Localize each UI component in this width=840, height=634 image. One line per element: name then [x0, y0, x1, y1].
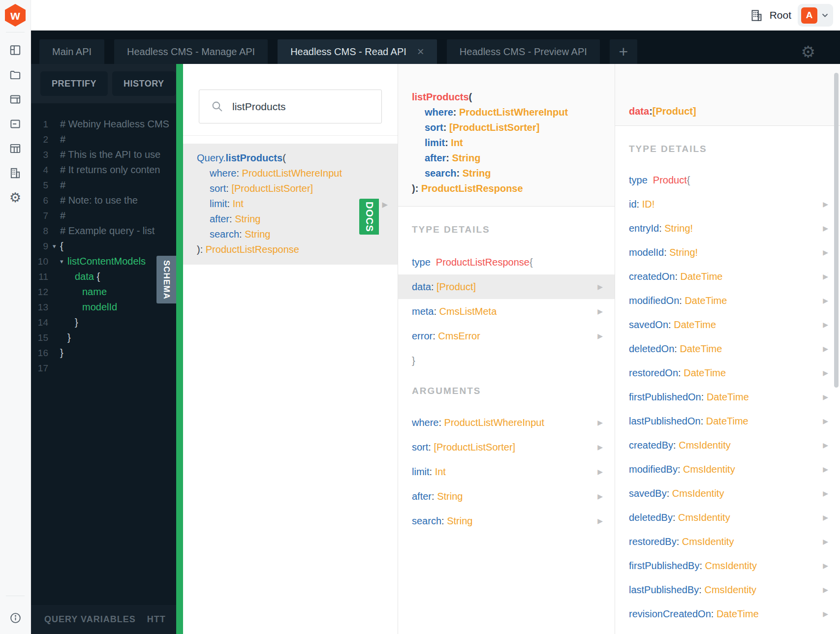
field-name-link[interactable]: after [412, 491, 432, 502]
field-type-link[interactable]: [ProductListSorter] [434, 442, 515, 453]
doc-field-row[interactable]: restoredBy: CmsIdentity▶ [615, 530, 840, 554]
doc-field-row[interactable]: revisionModifiedOn: DateTime▶ [615, 626, 840, 634]
field-name-link[interactable]: modifiedBy [629, 464, 678, 475]
new-tab-button[interactable]: + [610, 39, 637, 64]
field-type-link[interactable]: CmsIdentity [704, 584, 756, 595]
settings-gear-icon[interactable]: ⚙ [801, 44, 815, 60]
doc-field-row[interactable]: deletedBy: CmsIdentity▶ [615, 506, 840, 530]
arg-type-link[interactable]: String [235, 213, 260, 224]
field-name-link[interactable]: createdOn [629, 271, 675, 282]
field-type-link[interactable]: String! [664, 223, 693, 234]
chevron-down-icon[interactable] [822, 13, 828, 18]
field-type-link[interactable]: Int [435, 466, 446, 477]
field-name-link[interactable]: firstPublishedBy [629, 560, 699, 571]
doc-field-row[interactable]: meta: CmsListMeta▶ [398, 299, 615, 324]
field-type-link[interactable]: CmsIdentity [679, 440, 731, 451]
doc-field-row[interactable]: limit: Int▶ [398, 459, 615, 484]
field-name-link[interactable]: savedBy [629, 488, 667, 499]
tab-headless-cms-manage-api[interactable]: Headless CMS - Manage API [114, 39, 268, 64]
field-type-link[interactable]: CmsIdentity [672, 488, 724, 499]
field-type-link[interactable]: CmsListMeta [439, 306, 497, 317]
field-name-link[interactable]: error [412, 331, 433, 341]
field-name-link[interactable]: modelId [629, 247, 664, 258]
doc-field-row[interactable]: firstPublishedBy: CmsIdentity▶ [615, 554, 840, 578]
doc-field-row[interactable]: sort: [ProductListSorter]▶ [398, 435, 615, 459]
field-type-link[interactable]: String [447, 515, 472, 526]
webiny-logo[interactable]: w [5, 4, 26, 27]
account-menu[interactable]: A [798, 4, 833, 27]
type-name-link[interactable]: Product [653, 175, 687, 185]
arg-type-link[interactable]: ProductListWhereInput [459, 107, 568, 118]
field-type-link[interactable]: CmsIdentity [678, 512, 730, 523]
field-name-link[interactable]: data [412, 281, 431, 292]
tab-headless-cms-preview-api[interactable]: Headless CMS - Preview API [447, 39, 600, 64]
field-name-link[interactable]: createdBy [629, 440, 673, 451]
doc-field-row[interactable]: id: ID!▶ [615, 192, 840, 216]
arg-type-link[interactable]: [ProductListSorter] [449, 122, 539, 133]
field-type-link[interactable]: ID! [642, 199, 655, 210]
field-type-link[interactable]: DateTime [680, 343, 722, 354]
sidebar-item-page-builder[interactable] [0, 38, 31, 62]
doc-field-row[interactable]: createdBy: CmsIdentity▶ [615, 433, 840, 457]
field-name-link[interactable]: firstPublishedOn [629, 392, 701, 402]
doc-field-row[interactable]: data: [Product]▶ [398, 274, 615, 299]
doc-field-row[interactable]: where: ProductListWhereInput▶ [398, 410, 615, 435]
return-type-link[interactable]: ProductListResponse [206, 244, 299, 255]
field-type-link[interactable]: DateTime [684, 295, 727, 306]
doc-field-row[interactable]: after: String▶ [398, 484, 615, 509]
field-name-link[interactable]: limit [412, 466, 430, 477]
field-type-link[interactable]: DateTime [674, 319, 716, 330]
doc-field-row[interactable]: savedOn: DateTime▶ [615, 313, 840, 337]
arg-type-link[interactable]: ProductListWhereInput [242, 168, 342, 179]
field-name-link[interactable]: modifiedOn [629, 295, 679, 306]
arg-type-link[interactable]: String [245, 229, 270, 240]
sidebar-item-info[interactable] [0, 602, 31, 634]
type-name-link[interactable]: ProductListResponse [436, 257, 529, 268]
arg-type-link[interactable]: String [452, 152, 481, 163]
query-variables-toggle[interactable]: QUERY VARIABLES [44, 614, 136, 625]
field-type-link[interactable]: DateTime [684, 367, 726, 378]
field-name-link[interactable]: deletedBy [629, 512, 673, 523]
prettify-button[interactable]: PRETTIFY [40, 71, 108, 96]
field-type-link[interactable]: DateTime [681, 271, 723, 282]
doc-field-row[interactable]: modifiedBy: CmsIdentity▶ [615, 457, 840, 482]
fold-arrow-icon[interactable]: ▾ [60, 254, 67, 269]
tab-close-icon[interactable]: × [417, 46, 424, 58]
sidebar-item-form-builder[interactable] [0, 87, 31, 112]
field-type-link[interactable]: [Product] [436, 281, 476, 292]
sidebar-item-settings[interactable]: ⚙ [0, 185, 31, 210]
docs-resizer[interactable]: DOCS SCHEMA [176, 64, 183, 634]
field-type-link[interactable]: DateTime [716, 608, 759, 619]
doc-field-row[interactable]: deletedOn: DateTime▶ [615, 337, 840, 361]
field-name-link[interactable]: savedOn [629, 319, 668, 330]
fold-arrow-icon[interactable]: ▾ [53, 239, 60, 254]
field-name-link[interactable]: id [629, 199, 637, 210]
sidebar-item-headless-cms[interactable] [0, 112, 31, 136]
doc-field-row[interactable]: modifiedOn: DateTime▶ [615, 289, 840, 313]
tab-schema[interactable]: SCHEMA [156, 256, 176, 303]
doc-field-row[interactable]: search: String▶ [398, 509, 615, 533]
field-type-link[interactable]: CmsError [438, 331, 480, 341]
field-name-link[interactable]: search [412, 515, 441, 526]
doc-field-row[interactable]: modelId: String!▶ [615, 241, 840, 265]
field-name-link[interactable]: sort [412, 442, 428, 453]
arg-type-link[interactable]: Int [451, 137, 463, 148]
field-type-link[interactable]: String! [669, 247, 698, 258]
http-headers-toggle[interactable]: HTT [147, 614, 166, 625]
field-type-link[interactable]: ProductListWhereInput [444, 417, 544, 428]
sidebar-item-admin[interactable] [0, 136, 31, 161]
docs-scrollbar[interactable] [834, 73, 839, 388]
arg-type-link[interactable]: Int [233, 198, 244, 209]
tab-main-api[interactable]: Main API [39, 39, 104, 64]
arg-type-link[interactable]: [ProductListSorter] [231, 183, 313, 194]
field-name-link[interactable]: deletedOn [629, 343, 674, 354]
field-name-link[interactable]: listProducts [226, 152, 283, 163]
sidebar-item-tenant-manager[interactable] [0, 161, 31, 185]
field-type-link[interactable]: CmsIdentity [682, 536, 734, 547]
tab-docs[interactable]: DOCS [359, 199, 379, 235]
header-type-link[interactable]: [Product] [653, 106, 696, 117]
search-input[interactable] [231, 100, 370, 113]
doc-field-row[interactable]: restoredOn: DateTime▶ [615, 361, 840, 385]
sidebar-item-file-manager[interactable] [0, 62, 31, 87]
field-name-link[interactable]: restoredOn [629, 367, 678, 378]
